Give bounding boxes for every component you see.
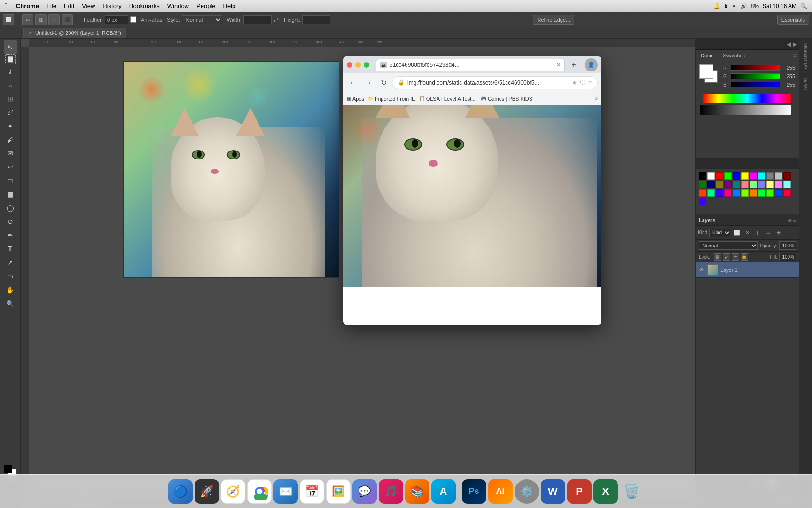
eyedropper-tool[interactable]: 🖊: [4, 106, 17, 119]
pixel-layer-icon[interactable]: ⬜: [732, 228, 742, 238]
expand-icon[interactable]: ◀: [787, 41, 791, 48]
r-slider[interactable]: [731, 65, 780, 71]
move-tool[interactable]: ↖: [4, 40, 17, 54]
g-slider[interactable]: [731, 73, 780, 79]
swatch-808080[interactable]: [766, 172, 774, 180]
layer-visibility-icon[interactable]: 👁: [699, 267, 704, 273]
swatch-4000ff[interactable]: [699, 198, 706, 205]
menubar-chrome[interactable]: Chrome: [12, 2, 43, 9]
apple-menu[interactable]: : [0, 2, 12, 10]
swatch-00ff00[interactable]: [724, 172, 732, 180]
color-fg-swatch[interactable]: [700, 65, 713, 78]
swatch-ffff00[interactable]: [741, 172, 749, 180]
dock-illustrator[interactable]: Ai: [488, 479, 513, 504]
chrome-close-btn[interactable]: [347, 62, 352, 68]
swatch-ff8000[interactable]: [750, 189, 757, 197]
brush-tool[interactable]: 🖌: [4, 133, 17, 146]
swatch-80ff80[interactable]: [750, 181, 757, 188]
gradient-tool[interactable]: ▦: [4, 188, 17, 201]
dock-trash[interactable]: 🗑️: [620, 479, 644, 504]
dock-safari[interactable]: 🧭: [221, 479, 245, 504]
menubar-window[interactable]: Window: [164, 2, 193, 9]
lock-all-btn[interactable]: 🔒: [741, 253, 748, 261]
bookmark-imported-ie[interactable]: 📁 Imported From IE: [368, 96, 415, 102]
dropbox-icon[interactable]: ✦: [732, 3, 736, 9]
swatch-8080ff[interactable]: [758, 181, 765, 188]
clone-stamp-tool[interactable]: ✉: [4, 147, 17, 160]
marquee-tool[interactable]: ⬜: [5, 54, 16, 64]
antialiase-checkbox[interactable]: [130, 16, 136, 23]
chrome-maximize-btn[interactable]: [364, 62, 369, 68]
swatch-40ff00[interactable]: [766, 189, 774, 197]
swatch-00ff40[interactable]: [758, 189, 765, 197]
menubar-file[interactable]: File: [43, 2, 60, 9]
menubar-help[interactable]: Help: [219, 2, 240, 9]
hand-tool[interactable]: ✋: [4, 283, 17, 296]
swatch-80ffff[interactable]: [783, 181, 791, 188]
type-layer-icon[interactable]: T: [753, 228, 762, 238]
quick-select-tool[interactable]: ⬦: [4, 79, 17, 92]
color-panel-menu[interactable]: ≡: [793, 52, 797, 59]
chrome-forward-btn[interactable]: →: [362, 76, 375, 89]
dock-photos[interactable]: 🖼️: [326, 479, 351, 504]
chrome-minimize-btn[interactable]: [355, 62, 361, 68]
swatch-000080[interactable]: [707, 181, 715, 188]
swatch-800080[interactable]: [724, 181, 732, 188]
dock-chrome[interactable]: [247, 479, 272, 504]
bookmark-olsat[interactable]: 📋 OLSAT Level A Testi...: [419, 96, 477, 102]
notification-icon[interactable]: 🔔: [713, 3, 720, 9]
chrome-shield-icon[interactable]: 🛡: [580, 79, 586, 86]
swatch-800000[interactable]: [783, 172, 791, 180]
swatch-ff4000[interactable]: [699, 189, 706, 197]
swatch-00ff80[interactable]: [707, 189, 715, 197]
dock-books[interactable]: 📚: [405, 479, 429, 504]
search-icon[interactable]: 🔍: [800, 3, 807, 9]
photoshop-canvas[interactable]: [123, 61, 339, 278]
swatch-008000[interactable]: [699, 181, 706, 188]
swatch-00ffff[interactable]: [758, 172, 765, 180]
document-tab[interactable]: ✕ Untitled-1 @ 200% (Layer 1, RGB/8*): [23, 28, 126, 38]
chrome-back-btn[interactable]: ←: [347, 76, 360, 89]
dock-photoshop[interactable]: Ps: [462, 479, 486, 504]
type-tool[interactable]: T: [4, 242, 17, 255]
foreground-color-swatch[interactable]: [4, 465, 12, 473]
dock-messenger[interactable]: 💬: [352, 479, 377, 504]
zoom-tool[interactable]: 🔍: [4, 297, 17, 310]
dock-finder[interactable]: 🔵: [168, 479, 193, 504]
collapse-icon[interactable]: ▶: [793, 41, 797, 48]
more-bookmarks-btn[interactable]: »: [595, 96, 598, 101]
width-input[interactable]: [243, 15, 272, 24]
swatch-ff0040[interactable]: [783, 189, 791, 197]
lock-image-btn[interactable]: 🖌: [723, 253, 730, 261]
opacity-input[interactable]: [779, 241, 796, 250]
swatch-ff0000[interactable]: [716, 172, 723, 180]
chrome-address-bar[interactable]: 🔒 img.fffound.com/static-data/assets/6/5…: [392, 76, 598, 89]
layers-panel-menu[interactable]: ≡: [793, 217, 796, 223]
menubar-view[interactable]: View: [78, 2, 99, 9]
swatch-4000ff[interactable]: [716, 189, 723, 197]
style-select[interactable]: Normal Fixed Ratio Fixed Size: [182, 15, 222, 24]
volume-icon[interactable]: 🔊: [740, 3, 747, 9]
swap-dimensions-icon[interactable]: ⇄: [273, 16, 279, 24]
swatch-008080[interactable]: [733, 181, 740, 188]
adjustment-layer-icon[interactable]: ⊙: [742, 228, 752, 238]
chrome-reload-btn[interactable]: ↻: [377, 76, 390, 89]
bookmark-apps[interactable]: ▦ Apps: [347, 96, 364, 102]
tab-close-icon[interactable]: ✕: [29, 31, 32, 35]
bookmark-star-icon[interactable]: ★: [572, 79, 577, 86]
dock-appstore[interactable]: A: [431, 479, 456, 504]
swatch-ff00ff[interactable]: [750, 172, 757, 180]
blend-mode-select[interactable]: Normal: [699, 241, 758, 250]
dock-excel[interactable]: X: [593, 479, 618, 504]
chrome-new-tab-btn[interactable]: +: [568, 59, 580, 71]
color-tab[interactable]: Color: [696, 50, 718, 61]
tool-opt-4[interactable]: ⬛: [62, 14, 73, 25]
lock-position-btn[interactable]: ✛: [732, 253, 739, 261]
swatch-000000[interactable]: [699, 172, 706, 180]
swatch-ffffff[interactable]: [707, 172, 715, 180]
pen-tool[interactable]: ✒: [4, 229, 17, 242]
styles-collapsed[interactable]: Styles: [802, 75, 809, 93]
swatch-80ff00[interactable]: [741, 189, 749, 197]
tool-opt-3[interactable]: ⬚: [48, 14, 60, 25]
swatch-0040ff[interactable]: [775, 189, 782, 197]
